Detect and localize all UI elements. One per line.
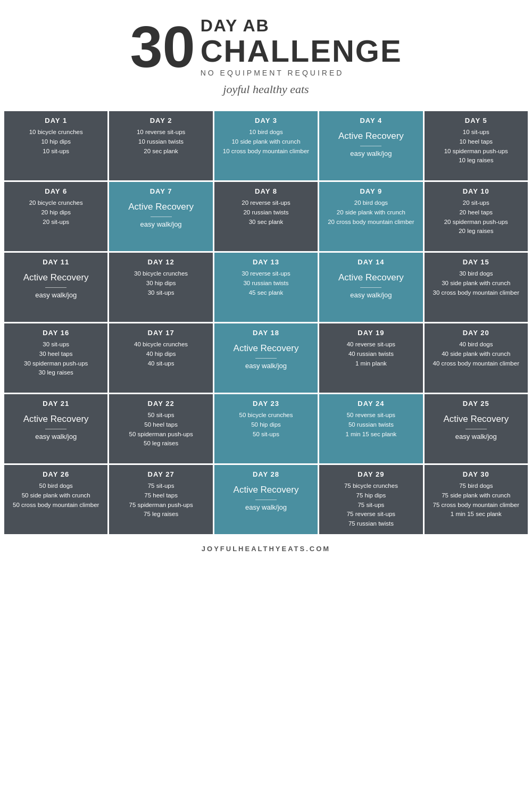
day-cell-12: DAY 1230 bicycle crunches 30 hip dips 30…	[109, 253, 212, 322]
day-ab-text: DAY AB	[201, 16, 270, 36]
day-exercises-9: 20 bird dogs 20 side plank with crunch 2…	[328, 198, 414, 227]
day-label-15: DAY 15	[463, 258, 489, 266]
day-label-28: DAY 28	[253, 470, 279, 478]
day-cell-26: DAY 2650 bird dogs 50 side plank with cr…	[4, 465, 107, 534]
day-label-14: DAY 14	[358, 258, 384, 266]
day-exercises-1: 10 bicycle crunches 10 hip dips 10 sit-u…	[29, 128, 83, 156]
day-exercises-12: 30 bicycle crunches 30 hip dips 30 sit-u…	[134, 269, 188, 297]
day-label-16: DAY 16	[43, 329, 69, 337]
day-cell-6: DAY 620 bicycle crunches 20 hip dips 20 …	[4, 182, 107, 251]
recovery-title-11: Active Recovery	[23, 272, 89, 283]
day-label-2: DAY 2	[150, 117, 172, 124]
day-label-25: DAY 25	[463, 400, 489, 408]
day-exercises-8: 20 reverse sit-ups 20 russian twists 30 …	[242, 198, 290, 227]
day-label-4: DAY 4	[360, 117, 382, 124]
footer-text: JOYFULHEALTHYEATS.COM	[0, 534, 532, 561]
day-cell-7: DAY 7Active Recoveryeasy walk/jog	[109, 182, 212, 251]
recovery-sub-11: easy walk/jog	[35, 291, 77, 299]
day-label-12: DAY 12	[148, 258, 174, 266]
day-cell-25: DAY 25Active Recoveryeasy walk/jog	[425, 394, 528, 463]
recovery-sub-28: easy walk/jog	[245, 503, 287, 511]
day-cell-22: DAY 2250 sit-ups 50 heel taps 50 spiderm…	[109, 394, 212, 463]
header-text: DAY AB CHALLENGE NO EQUIPMENT REQUIRED	[201, 16, 402, 77]
day-label-11: DAY 11	[43, 258, 69, 266]
day-cell-3: DAY 310 bird dogs 10 side plank with cru…	[214, 111, 318, 180]
day-label-5: DAY 5	[465, 117, 487, 124]
day-label-9: DAY 9	[360, 187, 382, 195]
day-exercises-22: 50 sit-ups 50 heel taps 50 spiderman pus…	[129, 411, 193, 448]
recovery-sub-21: easy walk/jog	[35, 433, 77, 440]
day-cell-27: DAY 2775 sit-ups 75 heel taps 75 spiderm…	[109, 465, 212, 534]
recovery-sub-4: easy walk/jog	[350, 149, 392, 157]
day-cell-28: DAY 28Active Recoveryeasy walk/jog	[214, 465, 318, 534]
day-label-10: DAY 10	[463, 187, 489, 195]
day-cell-19: DAY 1940 reverse sit-ups 40 russian twis…	[319, 323, 422, 393]
recovery-sub-7: easy walk/jog	[140, 220, 182, 228]
day-exercises-5: 10 sit-ups 10 heel taps 10 spiderman pus…	[444, 128, 508, 165]
day-label-26: DAY 26	[43, 470, 69, 478]
day-label-30: DAY 30	[463, 470, 489, 478]
day-label-20: DAY 20	[463, 329, 489, 337]
day-exercises-20: 40 bird dogs 40 side plank with crunch 4…	[433, 340, 519, 368]
day-cell-16: DAY 1630 sit-ups 30 heel taps 30 spiderm…	[4, 323, 107, 393]
recovery-divider-11	[45, 287, 66, 288]
recovery-divider-14	[360, 287, 381, 288]
day-label-8: DAY 8	[255, 187, 277, 195]
recovery-divider-7	[151, 217, 172, 217]
day-exercises-10: 20 sit-ups 20 heel taps 20 spiderman pus…	[444, 198, 508, 236]
day-exercises-23: 50 bicycle crunches 50 hip dips 50 sit-u…	[239, 411, 293, 439]
day-exercises-24: 50 reverse sit-ups 50 russian twists 1 m…	[345, 411, 396, 439]
day-cell-20: DAY 2040 bird dogs 40 side plank with cr…	[425, 323, 528, 393]
recovery-title-25: Active Recovery	[443, 414, 509, 425]
day-cell-21: DAY 21Active Recoveryeasy walk/jog	[4, 394, 107, 463]
recovery-title-21: Active Recovery	[23, 414, 89, 425]
recovery-divider-18	[255, 358, 277, 359]
day-label-23: DAY 23	[253, 400, 279, 408]
day-cell-24: DAY 2450 reverse sit-ups 50 russian twis…	[319, 394, 422, 463]
day-cell-18: DAY 18Active Recoveryeasy walk/jog	[214, 323, 318, 393]
day-cell-5: DAY 510 sit-ups 10 heel taps 10 spiderma…	[425, 111, 528, 180]
day-cell-11: DAY 11Active Recoveryeasy walk/jog	[4, 253, 107, 322]
recovery-sub-14: easy walk/jog	[350, 291, 392, 299]
day-label-19: DAY 19	[358, 329, 384, 337]
header-top: 30 DAY AB CHALLENGE NO EQUIPMENT REQUIRE…	[130, 16, 402, 77]
day-cell-15: DAY 1530 bird dogs 30 side plank with cr…	[425, 253, 528, 322]
day-exercises-26: 50 bird dogs 50 side plank with crunch 5…	[13, 481, 99, 510]
day-label-24: DAY 24	[358, 400, 384, 408]
header: 30 DAY AB CHALLENGE NO EQUIPMENT REQUIRE…	[0, 0, 532, 111]
challenge-text: CHALLENGE	[201, 36, 402, 66]
day-label-27: DAY 27	[148, 470, 174, 478]
day-label-6: DAY 6	[45, 187, 67, 195]
recovery-divider-25	[466, 429, 487, 429]
day-cell-29: DAY 2975 bicycle crunches 75 hip dips 75…	[319, 465, 422, 534]
day-cell-9: DAY 920 bird dogs 20 side plank with cru…	[319, 182, 422, 251]
subtitle-text: NO EQUIPMENT REQUIRED	[201, 69, 344, 77]
recovery-title-4: Active Recovery	[338, 131, 404, 142]
big-number: 30	[130, 18, 195, 76]
recovery-title-28: Active Recovery	[234, 485, 299, 495]
day-label-17: DAY 17	[148, 329, 174, 337]
recovery-title-18: Active Recovery	[234, 343, 299, 354]
day-exercises-2: 10 reverse sit-ups 10 russian twists 20 …	[137, 128, 185, 156]
day-cell-2: DAY 210 reverse sit-ups 10 russian twist…	[109, 111, 212, 180]
day-cell-14: DAY 14Active Recoveryeasy walk/jog	[319, 253, 422, 322]
day-exercises-15: 30 bird dogs 30 side plank with crunch 3…	[433, 269, 519, 297]
day-exercises-30: 75 bird dogs 75 side plank with crunch 7…	[433, 481, 519, 519]
challenge-grid: DAY 110 bicycle crunches 10 hip dips 10 …	[0, 111, 532, 534]
day-label-22: DAY 22	[148, 400, 174, 408]
day-exercises-13: 30 reverse sit-ups 30 russian twists 45 …	[242, 269, 290, 297]
day-cell-1: DAY 110 bicycle crunches 10 hip dips 10 …	[4, 111, 107, 180]
day-exercises-19: 40 reverse sit-ups 40 russian twists 1 m…	[347, 340, 395, 368]
day-label-7: DAY 7	[150, 187, 172, 195]
day-cell-13: DAY 1330 reverse sit-ups 30 russian twis…	[214, 253, 318, 322]
day-label-29: DAY 29	[358, 470, 384, 478]
day-cell-8: DAY 820 reverse sit-ups 20 russian twist…	[214, 182, 318, 251]
day-exercises-3: 10 bird dogs 10 side plank with crunch 1…	[223, 128, 309, 156]
recovery-divider-4	[360, 146, 381, 146]
day-label-18: DAY 18	[253, 329, 279, 337]
recovery-title-14: Active Recovery	[338, 272, 404, 283]
recovery-sub-25: easy walk/jog	[455, 433, 497, 440]
day-cell-10: DAY 1020 sit-ups 20 heel taps 20 spiderm…	[425, 182, 528, 251]
day-exercises-27: 75 sit-ups 75 heel taps 75 spiderman pus…	[129, 481, 193, 519]
recovery-divider-28	[255, 500, 277, 500]
